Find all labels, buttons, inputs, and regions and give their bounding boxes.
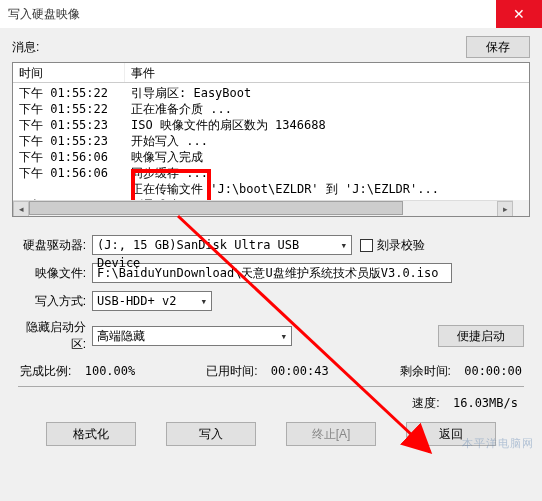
remain-label: 剩余时间: <box>400 364 451 378</box>
log-body: 下午 01:55:22引导扇区: EasyBoot下午 01:55:22正在准备… <box>13 83 529 201</box>
write-mode-label: 写入方式: <box>18 293 92 310</box>
log-event: 映像写入完成 <box>125 149 529 165</box>
scroll-track[interactable] <box>29 201 497 216</box>
row-image: 映像文件: F:\BaiduYunDownload\天意U盘维护系统技术员版V3… <box>18 263 524 283</box>
format-button[interactable]: 格式化 <box>46 422 136 446</box>
log-time: 下午 01:56:06 <box>13 149 125 165</box>
row-drive: 硬盘驱动器: (J:, 15 GB)SanDisk Ultra USB Devi… <box>18 235 524 255</box>
speed-label: 速度: <box>412 396 439 410</box>
log-row[interactable]: 下午 01:55:22正在准备介质 ... <box>13 101 529 117</box>
log-event: 同步缓存 ... <box>125 165 529 181</box>
log-row[interactable]: 下午 01:55:22引导扇区: EasyBoot <box>13 85 529 101</box>
log-event: 开始写入 ... <box>125 133 529 149</box>
image-label: 映像文件: <box>18 265 92 282</box>
abort-button[interactable]: 终止[A] <box>286 422 376 446</box>
remain-value: 00:00:00 <box>464 364 522 378</box>
log-listview[interactable]: 时间 事件 下午 01:55:22引导扇区: EasyBoot下午 01:55:… <box>12 62 530 217</box>
ratio-label: 完成比例: <box>20 364 71 378</box>
stats-row: 完成比例: 100.00% 已用时间: 00:00:43 剩余时间: 00:00… <box>20 363 522 380</box>
client-area: 消息: 保存 时间 事件 下午 01:55:22引导扇区: EasyBoot下午… <box>0 28 542 462</box>
log-event: 正在准备介质 ... <box>125 101 529 117</box>
divider <box>18 386 524 387</box>
log-time <box>13 181 125 197</box>
verify-label: 刻录校验 <box>377 237 425 254</box>
close-button[interactable]: ✕ <box>496 0 542 28</box>
scroll-right-button[interactable]: ▸ <box>497 201 513 217</box>
log-time: 下午 01:55:23 <box>13 117 125 133</box>
verify-checkbox[interactable]: 刻录校验 <box>360 237 425 254</box>
ratio-value: 100.00% <box>85 364 136 378</box>
row-write-mode: 写入方式: USB-HDD+ v2 <box>18 291 524 311</box>
log-header: 时间 事件 <box>13 63 529 83</box>
hidden-select[interactable]: 高端隐藏 <box>92 326 292 346</box>
elapsed-value: 00:00:43 <box>271 364 329 378</box>
form-area: 硬盘驱动器: (J:, 15 GB)SanDisk Ultra USB Devi… <box>12 235 530 446</box>
write-button[interactable]: 写入 <box>166 422 256 446</box>
log-time: 下午 01:55:23 <box>13 133 125 149</box>
close-icon: ✕ <box>513 6 525 22</box>
message-label: 消息: <box>12 39 39 56</box>
log-time: 下午 01:55:22 <box>13 101 125 117</box>
scroll-thumb[interactable] <box>29 201 403 215</box>
column-event[interactable]: 事件 <box>125 63 529 82</box>
log-time: 下午 01:56:06 <box>13 165 125 181</box>
window-title: 写入硬盘映像 <box>8 6 80 23</box>
log-row[interactable]: 下午 01:56:06同步缓存 ... <box>13 165 529 181</box>
action-row: 格式化 写入 终止[A] 返回 <box>18 422 524 446</box>
message-row: 消息: 保存 <box>12 36 530 58</box>
hidden-label: 隐藏启动分区: <box>18 319 92 353</box>
log-event: ISO 映像文件的扇区数为 1346688 <box>125 117 529 133</box>
image-path-field[interactable]: F:\BaiduYunDownload\天意U盘维护系统技术员版V3.0.iso <box>92 263 452 283</box>
speed-row: 速度: 16.03MB/s <box>18 395 524 412</box>
easyboot-button[interactable]: 便捷启动 <box>438 325 524 347</box>
scroll-corner <box>513 200 529 216</box>
log-event: 正在传输文件 'J:\boot\EZLDR' 到 'J:\EZLDR'... <box>125 181 529 197</box>
log-row[interactable]: 下午 01:55:23ISO 映像文件的扇区数为 1346688 <box>13 117 529 133</box>
save-button[interactable]: 保存 <box>466 36 530 58</box>
back-button[interactable]: 返回 <box>406 422 496 446</box>
horizontal-scrollbar[interactable]: ◂ ▸ <box>13 200 513 216</box>
elapsed-label: 已用时间: <box>206 364 257 378</box>
row-hidden-partition: 隐藏启动分区: 高端隐藏 便捷启动 <box>18 319 524 353</box>
log-row[interactable]: 下午 01:56:06映像写入完成 <box>13 149 529 165</box>
log-event: 引导扇区: EasyBoot <box>125 85 529 101</box>
checkbox-box-icon <box>360 239 373 252</box>
drive-label: 硬盘驱动器: <box>18 237 92 254</box>
scroll-left-button[interactable]: ◂ <box>13 201 29 217</box>
titlebar: 写入硬盘映像 ✕ <box>0 0 542 28</box>
log-row[interactable]: 正在传输文件 'J:\boot\EZLDR' 到 'J:\EZLDR'... <box>13 181 529 197</box>
column-time[interactable]: 时间 <box>13 63 125 82</box>
log-row[interactable]: 下午 01:55:23开始写入 ... <box>13 133 529 149</box>
log-time: 下午 01:55:22 <box>13 85 125 101</box>
speed-value: 16.03MB/s <box>453 396 518 410</box>
write-mode-select[interactable]: USB-HDD+ v2 <box>92 291 212 311</box>
drive-select[interactable]: (J:, 15 GB)SanDisk Ultra USB Device <box>92 235 352 255</box>
